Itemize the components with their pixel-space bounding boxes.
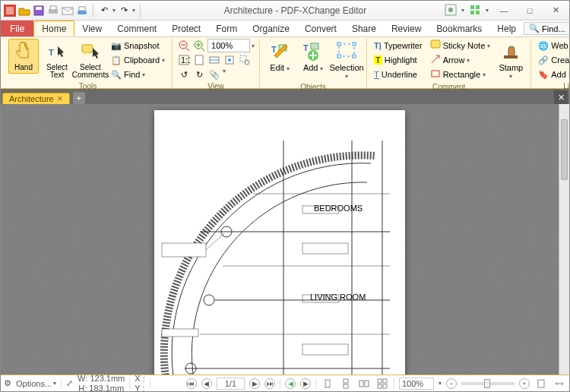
snapshot-button[interactable]: 📷Snapshot (109, 39, 167, 52)
clipboard-icon: 📋 (111, 55, 122, 65)
tab-close-icon[interactable]: ✕ (57, 95, 63, 103)
status-bar: ⚙ Options...▾ ⤢ W: 123.1mm H: 183.1mm X … (1, 375, 569, 391)
new-tab-button[interactable]: + (73, 92, 85, 104)
svg-rect-39 (353, 43, 356, 46)
arrow-button[interactable]: Arrow▾ (428, 53, 493, 67)
scan-icon[interactable] (76, 5, 88, 17)
vertical-scrollbar[interactable] (559, 104, 569, 375)
zoom-input[interactable] (207, 39, 250, 52)
fit-width-icon[interactable] (207, 53, 221, 67)
clipboard-button[interactable]: 📋Clipboard▾ (109, 53, 167, 67)
menu-view[interactable]: View (74, 21, 109, 36)
menu-convert[interactable]: Convert (297, 21, 344, 36)
menu-organize[interactable]: Organize (245, 21, 297, 36)
zoom-marquee-icon[interactable] (238, 53, 252, 67)
zoom-in-icon[interactable] (192, 39, 206, 52)
menu-review[interactable]: Review (384, 21, 429, 36)
close-button[interactable]: ✕ (545, 3, 566, 18)
zoom-actual-icon[interactable]: 1:1 (177, 53, 191, 67)
svg-rect-7 (78, 11, 87, 14)
redo-icon[interactable]: ↷ (118, 5, 130, 17)
underline-button[interactable]: TUnderline (372, 68, 425, 81)
fit-page-icon[interactable] (192, 53, 206, 67)
zoom-slider[interactable] (461, 382, 515, 385)
layout-facing-cont-icon[interactable] (375, 377, 389, 390)
attach-icon[interactable]: 📎 (207, 68, 221, 81)
stamp-button[interactable]: Stamp ▾ (496, 39, 526, 82)
document-tab[interactable]: Architecture✕ (2, 93, 70, 104)
menu-help[interactable]: Help (489, 21, 524, 36)
svg-line-60 (206, 233, 224, 250)
fit-width-status-icon[interactable] (553, 377, 566, 390)
history-back-icon[interactable]: ◀ (285, 378, 296, 389)
menu-protect[interactable]: Protect (164, 21, 208, 36)
title-bar: ↶▾ ↷▾ Architecture - PDF-XChange Editor … (1, 1, 569, 21)
zoom-in-status-icon[interactable]: + (519, 378, 530, 389)
svg-rect-16 (82, 45, 93, 52)
find-button[interactable]: 🔍Find... (524, 22, 570, 35)
nav-last-icon[interactable]: ⏭ (264, 378, 275, 389)
web-links-button[interactable]: 🌐Web Links▾ (536, 39, 570, 52)
zoom-status[interactable]: 100% (399, 378, 434, 390)
zoom-out-status-icon[interactable]: − (446, 378, 457, 389)
save-icon[interactable] (33, 5, 45, 17)
rectangle-button[interactable]: Rectangle▾ (428, 68, 493, 81)
nav-first-icon[interactable]: ⏮ (186, 378, 197, 389)
ui-options-icon[interactable] (445, 4, 457, 17)
email-icon[interactable] (62, 5, 74, 17)
selection-button[interactable]: Selection ▾ (331, 39, 362, 82)
nav-prev-icon[interactable]: ◀ (201, 378, 212, 389)
fit-visible-icon[interactable] (223, 53, 236, 67)
menu-bookmarks[interactable]: Bookmarks (429, 21, 489, 36)
create-link-button[interactable]: 🔗Create Link (536, 53, 570, 67)
add-button[interactable]: T Add ▾ (298, 39, 328, 74)
open-icon[interactable] (18, 5, 30, 17)
menu-form[interactable]: Form (208, 21, 245, 36)
stamp-icon (500, 41, 521, 62)
typewriter-icon: T| (374, 41, 382, 50)
menu-home[interactable]: Home (33, 21, 74, 36)
svg-rect-76 (383, 379, 387, 383)
layout-single-icon[interactable] (321, 377, 334, 390)
menu-share[interactable]: Share (344, 21, 384, 36)
tabs-close-button[interactable]: ✕ (554, 90, 568, 104)
svg-rect-75 (378, 379, 382, 383)
group-links: 🌐Web Links▾ 🔗Create Link 🔖Add Bookmark L… (531, 39, 570, 88)
launch-icon[interactable] (469, 4, 481, 17)
zoom-out-icon[interactable] (177, 39, 191, 52)
rotate-cw-icon[interactable]: ↻ (192, 68, 206, 81)
svg-rect-41 (353, 55, 356, 58)
options-button[interactable]: Options...▾ (16, 379, 56, 388)
layout-continuous-icon[interactable] (339, 377, 353, 390)
svg-rect-78 (383, 384, 387, 388)
add-bookmark-button[interactable]: 🔖Add Bookmark (536, 68, 570, 81)
select-text-tool[interactable]: T Select Text (42, 39, 72, 81)
undo-icon[interactable]: ↶ (98, 5, 110, 17)
maximize-button[interactable]: □ (519, 3, 540, 18)
globe-icon: 🌐 (538, 41, 549, 51)
svg-rect-42 (431, 40, 440, 48)
typewriter-button[interactable]: T|Typewriter (372, 39, 425, 52)
menu-comment[interactable]: Comment (109, 21, 164, 36)
selection-icon (336, 41, 357, 62)
history-fwd-icon[interactable]: ▶ (300, 378, 311, 389)
page-number[interactable]: 1/1 (217, 378, 245, 390)
edit-button[interactable]: T Edit ▾ (264, 39, 295, 74)
svg-rect-74 (365, 381, 369, 387)
sticky-note-button[interactable]: Sticky Note▾ (428, 39, 493, 52)
find-ribbon-button[interactable]: 🔍Find▾ (109, 68, 167, 81)
print-icon[interactable] (47, 5, 59, 17)
gear-icon[interactable]: ⚙ (4, 378, 11, 388)
svg-text:T: T (271, 45, 277, 54)
minimize-button[interactable]: — (493, 3, 515, 18)
canvas-area[interactable]: BEDROOMS LIVING ROOM BASEMENT (1, 104, 559, 375)
highlight-button[interactable]: THighlight (372, 53, 425, 67)
rectangle-icon (430, 68, 441, 81)
fit-page-status-icon[interactable] (534, 377, 548, 390)
rotate-ccw-icon[interactable]: ↺ (177, 68, 191, 81)
file-menu[interactable]: File (1, 21, 33, 36)
layout-facing-icon[interactable] (357, 377, 371, 390)
nav-next-icon[interactable]: ▶ (249, 378, 260, 389)
select-comments-tool[interactable]: Select Comments (75, 39, 106, 81)
hand-tool[interactable]: Hand (8, 39, 39, 74)
